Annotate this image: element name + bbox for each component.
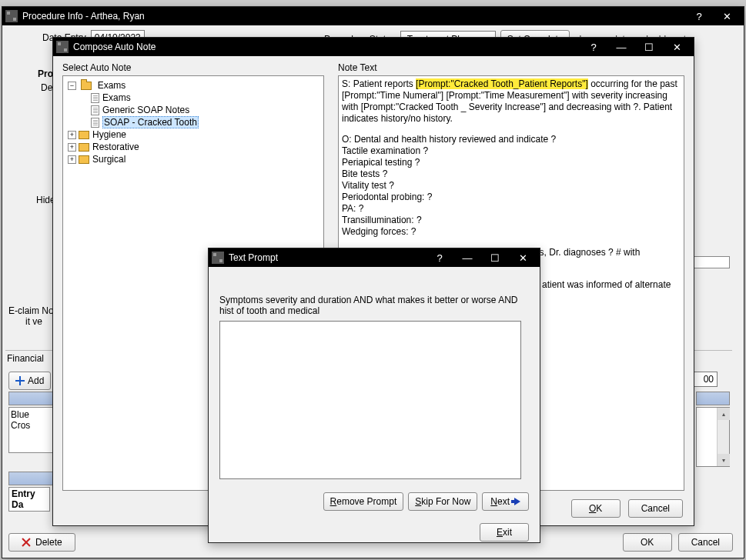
folder-icon <box>81 82 92 90</box>
document-icon <box>91 118 99 128</box>
procedure-info-titlebar[interactable]: Procedure Info - Arthea, Ryan ? ✕ <box>2 7 744 25</box>
financial-label: Financial <box>7 353 44 364</box>
minimize-button[interactable]: — <box>607 38 635 56</box>
cancel-button[interactable]: Cancel <box>678 533 733 552</box>
ins-listbox[interactable]: Blue Cros <box>8 407 53 453</box>
tree-item-exams[interactable]: Exams <box>80 92 320 104</box>
note-text-label: Note Text <box>338 62 684 73</box>
compose-title: Compose Auto Note <box>73 42 580 52</box>
folder-icon <box>79 155 89 164</box>
delete-button[interactable]: Delete <box>8 533 75 552</box>
tree-label-selected: SOAP - Cracked Tooth <box>102 116 199 128</box>
document-icon <box>91 93 99 103</box>
tree-node-restorative[interactable]: +Restorative <box>68 141 320 153</box>
tree-node-surgical[interactable]: +Surgical <box>68 153 320 165</box>
tree-label: Exams <box>98 80 126 91</box>
folder-icon <box>79 143 89 152</box>
compose-titlebar[interactable]: Compose Auto Note ? — ☐ ✕ <box>53 38 694 56</box>
scrollbar[interactable]: ▴ ▾ <box>717 408 729 466</box>
grid-header2-left <box>8 472 53 485</box>
ok-button[interactable]: OK <box>571 499 621 518</box>
tree-label: Surgical <box>92 154 125 165</box>
tree-label: Generic SOAP Notes <box>102 105 189 115</box>
expand-icon[interactable]: + <box>68 155 76 164</box>
tree-label: Restorative <box>92 142 139 152</box>
tree-item-generic-soap[interactable]: Generic SOAP Notes <box>80 104 320 116</box>
prompt-input[interactable] <box>219 321 521 479</box>
plus-icon <box>15 376 25 385</box>
close-button[interactable]: ✕ <box>713 7 741 25</box>
tree-label: Hygiene <box>92 129 126 140</box>
note-highlighted-prompt: [Prompt:"Cracked Tooth_Patient Reports"] <box>416 78 588 89</box>
text-prompt-titlebar[interactable]: Text Prompt ? — ☐ ✕ <box>209 248 540 267</box>
add-button-label: Add <box>28 375 44 386</box>
minimize-button[interactable]: — <box>453 248 481 267</box>
ok-button[interactable]: OK <box>623 533 672 552</box>
arrow-right-icon <box>514 498 520 505</box>
help-button[interactable]: ? <box>580 38 607 56</box>
entry-date-label: Entry Da <box>8 487 50 512</box>
eclaim-no-label: E-claim No <box>8 305 54 316</box>
exit-button[interactable]: Exit <box>480 523 529 542</box>
tree-item-soap-cracked[interactable]: SOAP - Cracked Tooth <box>80 116 320 128</box>
close-button[interactable]: ✕ <box>509 248 537 267</box>
help-button[interactable]: ? <box>426 248 453 267</box>
expand-icon[interactable]: + <box>68 143 76 152</box>
tree-label: Exams <box>102 92 131 103</box>
de-label: De <box>41 82 52 93</box>
remove-prompt-button[interactable]: Remove Prompt <box>323 492 404 511</box>
document-icon <box>91 105 99 115</box>
folder-icon <box>79 131 89 139</box>
collapse-icon[interactable]: − <box>68 82 76 90</box>
note-line-o: O: Dental and health history reviewed an… <box>342 134 681 238</box>
expand-icon[interactable]: + <box>68 131 76 139</box>
skip-for-now-button[interactable]: Skip For Now <box>408 492 477 511</box>
add-button[interactable]: Add <box>8 372 51 390</box>
app-icon <box>5 10 18 22</box>
help-button[interactable]: ? <box>685 7 713 25</box>
tree-node-hygiene[interactable]: +Hygiene <box>68 128 320 141</box>
ins-list-item[interactable]: Blue Cros <box>11 409 51 431</box>
text-prompt-title: Text Prompt <box>229 252 426 263</box>
note-line-s: S: Patient reports [Prompt:"Cracked Toot… <box>342 78 681 125</box>
close-button[interactable]: ✕ <box>663 38 691 56</box>
note-s-prefix: S: Patient reports <box>342 78 416 89</box>
maximize-button[interactable]: ☐ <box>635 38 663 56</box>
grid-header-right <box>696 392 730 405</box>
app-icon <box>212 252 224 264</box>
next-button[interactable]: Next <box>482 492 529 511</box>
select-auto-note-label: Select Auto Note <box>62 62 324 73</box>
app-icon <box>56 41 69 53</box>
tree-node-exams[interactable]: − Exams Exams Generic SOAP Notes SOAP - … <box>68 79 320 128</box>
it-ve-label: it ve <box>25 316 42 327</box>
grid-header-left <box>8 392 53 405</box>
x-icon <box>22 538 31 547</box>
text-prompt-window: Text Prompt ? — ☐ ✕ Symptoms severity an… <box>208 248 540 543</box>
right-listbox[interactable]: ▴ ▾ <box>696 407 730 467</box>
scroll-up-icon[interactable]: ▴ <box>718 408 730 420</box>
procedure-info-title: Procedure Info - Arthea, Ryan <box>22 11 685 22</box>
prompt-description: Symptoms severity and duration AND what … <box>219 295 527 316</box>
scroll-down-icon[interactable]: ▾ <box>718 454 730 466</box>
delete-button-label: Delete <box>35 537 62 548</box>
cancel-button[interactable]: Cancel <box>628 499 683 518</box>
maximize-button[interactable]: ☐ <box>481 248 509 267</box>
